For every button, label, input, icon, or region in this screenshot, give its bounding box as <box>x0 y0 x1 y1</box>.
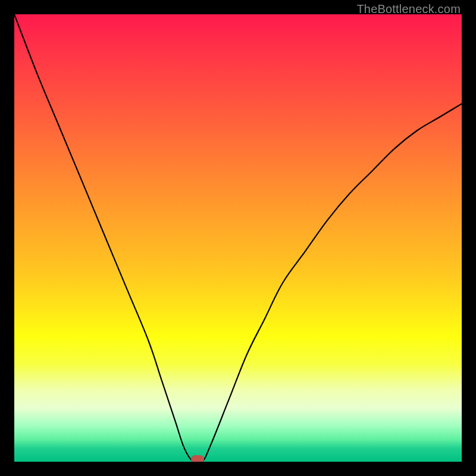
bottleneck-curve <box>14 14 462 462</box>
optimum-marker <box>191 455 204 462</box>
chart-frame: TheBottleneck.com <box>0 0 476 476</box>
plot-area <box>14 14 462 462</box>
curve-svg <box>14 14 462 462</box>
watermark-text: TheBottleneck.com <box>356 2 461 16</box>
